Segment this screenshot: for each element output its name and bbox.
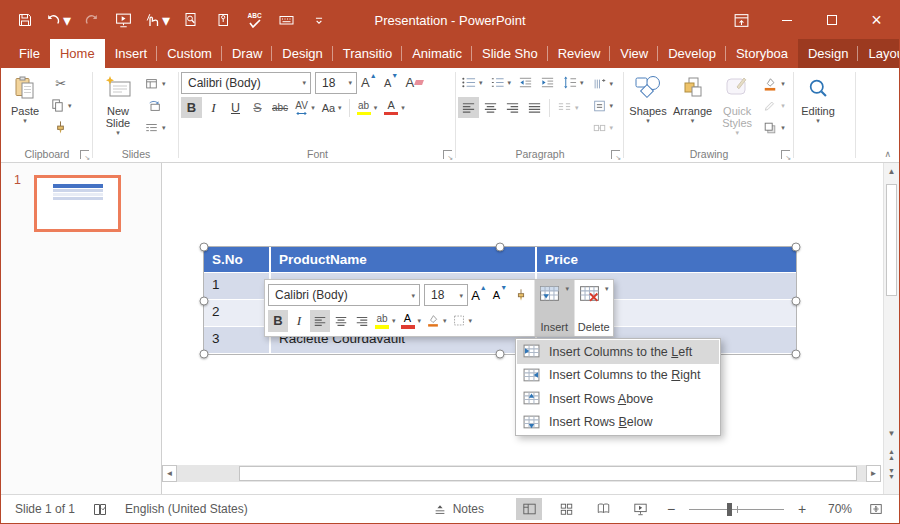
- attach-file-button[interactable]: [211, 8, 234, 32]
- increase-indent-button[interactable]: [537, 72, 558, 93]
- tab-storyboarding[interactable]: Storyboa: [726, 39, 798, 68]
- table-resize-handle[interactable]: [200, 296, 209, 305]
- table-cell[interactable]: 3: [204, 327, 271, 354]
- zoom-slider[interactable]: [689, 509, 784, 510]
- shape-effects-button[interactable]: ▾: [759, 117, 788, 138]
- text-shadow-button[interactable]: S: [247, 97, 268, 118]
- mini-italic-button[interactable]: I: [289, 310, 309, 332]
- mini-decrease-font-button[interactable]: A▼: [490, 284, 510, 306]
- ribbon-display-options-button[interactable]: [719, 1, 764, 39]
- menu-item-insert-rows-below[interactable]: Insert Rows Below: [517, 411, 719, 435]
- mini-align-center-button[interactable]: [331, 310, 351, 332]
- start-slideshow-button[interactable]: [112, 8, 135, 32]
- horizontal-scrollbar[interactable]: ◄ ►: [162, 465, 881, 482]
- tab-draw[interactable]: Draw: [222, 39, 272, 68]
- font-color-button[interactable]: A ▾: [381, 97, 408, 118]
- font-dialog-launcher[interactable]: ↘: [443, 150, 452, 159]
- justify-button[interactable]: [524, 97, 545, 118]
- previous-slide-button[interactable]: ▲▲: [884, 447, 899, 463]
- table-resize-handle[interactable]: [792, 296, 801, 305]
- save-button[interactable]: [13, 8, 36, 32]
- table-resize-handle[interactable]: [496, 350, 505, 359]
- delete-table-button[interactable]: ▾ Delete: [574, 280, 614, 336]
- align-text-button[interactable]: ▾: [589, 95, 617, 116]
- next-slide-button[interactable]: ▼▼: [884, 466, 899, 482]
- increase-font-size-button[interactable]: A▲: [358, 72, 380, 93]
- tab-developer[interactable]: Develop: [658, 39, 726, 68]
- font-size-combo[interactable]: 18 ▾: [315, 72, 357, 94]
- drawing-dialog-launcher[interactable]: ↘: [781, 150, 790, 159]
- quick-styles-button[interactable]: Quick Styles ▾: [715, 70, 759, 146]
- tab-view[interactable]: View: [610, 39, 658, 68]
- tab-review[interactable]: Review: [548, 39, 611, 68]
- paragraph-dialog-launcher[interactable]: ↘: [611, 150, 620, 159]
- table-header-cell[interactable]: Price: [537, 247, 796, 273]
- table-resize-handle[interactable]: [496, 243, 505, 252]
- proofing-icon[interactable]: [92, 502, 108, 517]
- tab-home[interactable]: Home: [50, 39, 105, 68]
- menu-item-insert-columns-left[interactable]: Insert Columns to the Left: [517, 340, 719, 364]
- shapes-button[interactable]: Shapes ▾: [626, 70, 670, 146]
- touch-mode-dropdown-icon[interactable]: ▾: [162, 11, 170, 30]
- redo-button[interactable]: [80, 8, 103, 32]
- zoom-in-button[interactable]: +: [795, 501, 809, 517]
- customize-qat-button[interactable]: [307, 8, 330, 32]
- table-resize-handle[interactable]: [792, 350, 801, 359]
- zoom-out-button[interactable]: −: [664, 501, 678, 517]
- bullets-button[interactable]: ▾: [458, 72, 486, 93]
- new-slide-button[interactable]: New Slide ▾: [95, 70, 141, 146]
- mini-bold-button[interactable]: B: [268, 310, 288, 332]
- mini-font-color-button[interactable]: A ▾: [399, 310, 424, 332]
- keyboard-button[interactable]: [275, 8, 298, 32]
- character-spacing-button[interactable]: AV ▾: [292, 97, 318, 118]
- decrease-indent-button[interactable]: [515, 72, 536, 93]
- scroll-right-button[interactable]: ►: [866, 465, 881, 482]
- vertical-scrollbar[interactable]: ▲ ▼ ▲▲ ▼▼: [883, 163, 899, 494]
- print-preview-button[interactable]: [179, 8, 202, 32]
- minimize-button[interactable]: [764, 1, 809, 39]
- menu-item-insert-rows-above[interactable]: Insert Rows Above: [517, 387, 719, 411]
- reset-slide-button[interactable]: [141, 95, 169, 116]
- columns-button[interactable]: ▾: [554, 97, 582, 118]
- align-center-button[interactable]: [480, 97, 501, 118]
- mini-font-size-combo[interactable]: 18 ▾: [424, 284, 468, 306]
- slide-editor[interactable]: S.No ProductName Price 1 141.396 2 80.36…: [162, 163, 883, 494]
- undo-dropdown-icon[interactable]: ▾: [63, 11, 71, 30]
- table-header-cell[interactable]: S.No: [204, 247, 271, 273]
- section-button[interactable]: ▾: [141, 117, 169, 138]
- paste-button[interactable]: Paste ▾: [3, 70, 47, 146]
- table-cell[interactable]: 1: [204, 273, 271, 300]
- italic-button[interactable]: I: [203, 97, 224, 118]
- mini-borders-button[interactable]: ▾: [450, 310, 475, 332]
- menu-item-insert-columns-right[interactable]: Insert Columns to the Right: [517, 364, 719, 388]
- table-resize-handle[interactable]: [200, 350, 209, 359]
- clear-formatting-button[interactable]: A: [403, 72, 427, 93]
- clipboard-dialog-launcher[interactable]: ↘: [80, 150, 89, 159]
- line-spacing-button[interactable]: ▾: [559, 72, 587, 93]
- table-resize-handle[interactable]: [200, 243, 209, 252]
- slideshow-view-button[interactable]: [627, 498, 653, 520]
- slide-sorter-view-button[interactable]: [553, 498, 579, 520]
- tab-insert[interactable]: Insert: [105, 39, 158, 68]
- underline-button[interactable]: U: [225, 97, 246, 118]
- tab-table-tools-design[interactable]: Design: [798, 39, 858, 68]
- touch-mode-button[interactable]: ▾: [144, 11, 170, 30]
- align-left-button[interactable]: [458, 97, 479, 118]
- mini-shape-fill-button[interactable]: ▾: [424, 310, 449, 332]
- mini-align-left-button[interactable]: [310, 310, 330, 332]
- mini-increase-font-button[interactable]: A▲: [469, 284, 489, 306]
- normal-view-button[interactable]: [516, 498, 542, 520]
- tab-transitions[interactable]: Transitio: [333, 39, 402, 68]
- tab-animations[interactable]: Animatic: [402, 39, 472, 68]
- cut-button[interactable]: ✂: [47, 73, 75, 94]
- strikethrough-button[interactable]: abc: [269, 97, 291, 118]
- mini-font-name-combo[interactable]: Calibri (Body) ▾: [268, 284, 420, 306]
- convert-smartart-button[interactable]: ▾: [589, 117, 617, 138]
- mini-align-right-button[interactable]: [352, 310, 372, 332]
- table-resize-handle[interactable]: [792, 243, 801, 252]
- table-cell[interactable]: 2: [204, 300, 271, 327]
- slide-layout-button[interactable]: ▾: [141, 73, 169, 94]
- slide-thumbnail[interactable]: [34, 175, 121, 232]
- horizontal-scroll-thumb[interactable]: [239, 466, 857, 481]
- fit-slide-to-window-button[interactable]: [863, 498, 889, 520]
